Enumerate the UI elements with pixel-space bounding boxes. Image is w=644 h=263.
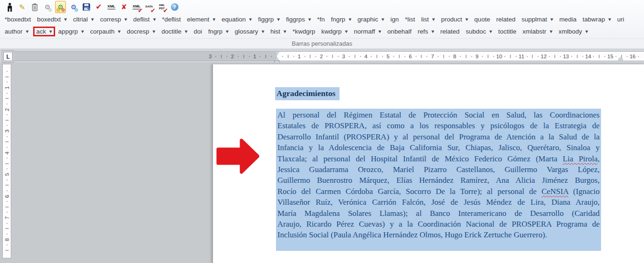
toolbar-item-corresp[interactable]: corresp▼ (100, 16, 127, 23)
ruler-tick (338, 56, 338, 57)
toolbar-item-figgrps[interactable]: figgrps▼ (286, 16, 311, 23)
gear-glyph-small: ⚙ (74, 8, 78, 13)
check-glyph: ✔ (163, 7, 168, 14)
toolbar-item-list[interactable]: list▼ (421, 16, 435, 23)
toolbar-item-x-fn[interactable]: *fn (317, 16, 325, 23)
selected-paragraph[interactable]: Al personal del Régimen Estatal de Prote… (276, 109, 601, 251)
vertical-ruler[interactable]: 12345678 (2, 64, 11, 258)
toolbar-item-xmlabstr[interactable]: xmlabstr▼ (523, 28, 552, 35)
document-page[interactable]: Agradecimientos Al personal del Régimen … (212, 64, 644, 263)
process-gears-gray-icon[interactable]: ⚙ ⚙ (42, 1, 52, 13)
author-person-icon[interactable] (5, 1, 14, 13)
toolbar-item-ack[interactable]: ack▼ (33, 27, 55, 36)
chevron-down-icon: ▼ (378, 29, 381, 33)
check-glyph: ✔ (96, 3, 102, 11)
chevron-down-icon: ▼ (608, 17, 611, 21)
toolbar-item-x-boxedtxt[interactable]: *boxedtxt (5, 16, 31, 23)
toolbar-item-label: *deflist (162, 16, 181, 23)
toolbar-item-equation[interactable]: equation▼ (222, 16, 252, 23)
toolbar-item-fngrp[interactable]: fngrp▼ (208, 28, 229, 35)
ruler-number: 7 (431, 54, 434, 59)
ruler-tick (293, 56, 294, 57)
delete-x-icon[interactable]: ✘ (119, 1, 129, 13)
toolbar-item-supplmat[interactable]: supplmat▼ (522, 16, 553, 23)
toolbar-item-xmlbody[interactable]: xmlbody▼ (559, 28, 588, 35)
ruler-tick (516, 56, 516, 57)
toolbar-item-x-list[interactable]: *list (405, 16, 415, 23)
toolbar-item-kwdgrp[interactable]: kwdgrp▼ (321, 28, 348, 35)
save-icon[interactable] (81, 1, 91, 13)
xml-icon[interactable]: XML (106, 1, 116, 13)
ruler-tick (7, 180, 7, 180)
data-validate-icon[interactable]: DATA ✔ (144, 1, 154, 13)
toolbar-item-ign[interactable]: ign (390, 16, 399, 23)
process-gears-blue-icon[interactable]: ⚙ ⚙ (69, 1, 78, 13)
toolbar-item-quote[interactable]: quote (474, 16, 490, 23)
toolbar-item-related[interactable]: related (440, 28, 460, 35)
toolbar-item-element[interactable]: element▼ (187, 16, 215, 23)
toolbar-item-x-kwdgrp[interactable]: *kwdgrp (292, 28, 315, 35)
ruler-tick (5, 120, 8, 120)
tab-stop-selector[interactable]: L (2, 50, 14, 62)
toolbar-item-graphic[interactable]: graphic▼ (358, 16, 384, 23)
toolbar-caption-label: Barras personalizadas (292, 40, 352, 47)
toolbar-item-label: glossary (235, 28, 258, 35)
toolbar-item-docresp[interactable]: docresp▼ (127, 28, 156, 35)
toolbar-item-hist[interactable]: hist▼ (270, 28, 286, 35)
process-gears-color-icon[interactable]: ⚙ ⚙ (55, 1, 66, 13)
chevron-down-icon: ▼ (153, 29, 156, 33)
ruler-tick (310, 55, 311, 58)
toolbar-item-tabwrap[interactable]: tabwrap▼ (582, 16, 611, 23)
horizontal-ruler[interactable]: 32112345678910111213141516 (13, 51, 644, 61)
toolbar-item-label: toctitle (498, 28, 517, 35)
toolbar-item-x-deflist[interactable]: *deflist (162, 16, 181, 23)
person-glyph (7, 3, 13, 12)
toolbar-item-cltrial[interactable]: cltrial▼ (73, 16, 94, 23)
toolbar-item-subdoc[interactable]: subdoc▼ (466, 28, 492, 35)
toolbar-item-deflist[interactable]: deflist▼ (133, 16, 156, 23)
toolbar-item-glossary[interactable]: glossary▼ (235, 28, 264, 35)
ruler-tick (404, 56, 405, 57)
ruler-tick (549, 56, 550, 57)
toolbar-item-label: normaff (354, 28, 375, 35)
toolbar-item-product[interactable]: product▼ (441, 16, 468, 23)
toolbar-item-media[interactable]: media (559, 16, 577, 23)
toolbar-item-label: media (559, 16, 577, 23)
ruler-number: 6 (409, 54, 411, 59)
delete-trash-icon[interactable] (30, 1, 40, 13)
toolbar-item-uri[interactable]: uri (617, 16, 624, 23)
hanging-indent-marker[interactable] (275, 57, 279, 61)
toolbar-item-author[interactable]: author▼ (5, 28, 28, 35)
toolbar-item-label: deflist (133, 16, 149, 23)
toolbar-item-label: boxedtxt (37, 16, 61, 23)
trash-glyph (32, 3, 38, 11)
workspace: 12345678 Agradecimientos Al personal del… (0, 62, 644, 263)
spellcheck-word: Lia Pirola (563, 154, 598, 163)
first-line-indent-marker[interactable] (275, 52, 279, 55)
toolbar-item-toctitle[interactable]: toctitle (498, 28, 517, 35)
validate-check-icon[interactable]: ✔ (94, 1, 104, 13)
help-icon[interactable]: ? (170, 1, 179, 13)
toolbar-item-onbehalf[interactable]: onbehalf (387, 28, 411, 35)
toolbar-item-doi[interactable]: doi (194, 28, 202, 35)
toolbar-item-doctitle[interactable]: doctitle▼ (162, 28, 188, 35)
xml-pdt-validate-icon[interactable]: XML PDT ✔ (157, 1, 167, 13)
chevron-down-icon: ▼ (262, 29, 264, 33)
toolbar-item-figgrp[interactable]: figgrp▼ (258, 16, 280, 23)
toolbar-item-boxedtxt[interactable]: boxedtxt▼ (37, 16, 67, 23)
toolbar-item-refs[interactable]: refs▼ (418, 28, 434, 35)
toolbar-item-appgrp[interactable]: appgrp▼ (58, 28, 84, 35)
ruler-tick (5, 207, 8, 207)
toolbar-item-corpauth[interactable]: corpauth▼ (90, 28, 121, 35)
paragraph-line: Guillermo Buenrostro Márquez, Elías Hern… (277, 175, 600, 186)
ruler-number: 1 (297, 54, 300, 59)
toolbar-item-related[interactable]: related (496, 16, 515, 23)
chevron-down-icon: ▼ (153, 17, 156, 21)
ruler-row: L 32112345678910111213141516 (0, 48, 644, 62)
toolbar-item-fngrp[interactable]: fngrp▼ (331, 16, 352, 23)
ruler-tick (421, 55, 422, 58)
xml-validate-icon[interactable]: XML ✔ (132, 1, 142, 13)
section-heading[interactable]: Agradecimientos (275, 87, 340, 100)
edit-pencil-icon[interactable]: ✎ (17, 1, 27, 13)
toolbar-item-normaff[interactable]: normaff▼ (354, 28, 382, 35)
